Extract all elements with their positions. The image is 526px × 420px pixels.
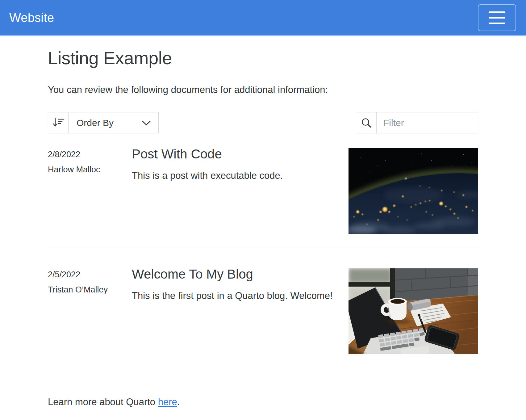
listing: 2/8/2022 Harlow Malloc Post With Code Th… xyxy=(48,133,478,366)
post-meta: 2/5/2022 Tristan O’Malley xyxy=(48,268,120,354)
post-description: This is a post with executable code. xyxy=(132,167,337,184)
post-title-link[interactable]: Post With Code xyxy=(132,146,337,162)
order-by-label: Order By xyxy=(77,118,114,128)
order-by-select[interactable]: Order By xyxy=(69,112,158,133)
page-footer: Learn more about Quarto here. xyxy=(48,397,478,420)
filter-input[interactable] xyxy=(377,112,478,133)
post-title-link[interactable]: Welcome To My Blog xyxy=(132,267,337,282)
post-author: Harlow Malloc xyxy=(48,163,120,176)
post-row-welcome-to-my-blog[interactable]: 2/5/2022 Tristan O’Malley Welcome To My … xyxy=(48,247,478,366)
navbar: Website xyxy=(0,0,526,36)
main-content: Listing Example You can review the follo… xyxy=(48,47,478,420)
filter-control xyxy=(356,112,478,133)
search-icon xyxy=(356,112,377,133)
post-body: Post With Code This is a post with execu… xyxy=(132,148,337,234)
quarto-link[interactable]: here xyxy=(158,397,177,407)
listing-controls: Order By xyxy=(48,112,478,133)
page-title: Listing Example xyxy=(48,47,478,69)
chevron-down-icon xyxy=(142,118,151,128)
post-meta: 2/8/2022 Harlow Malloc xyxy=(48,148,120,234)
post-row-post-with-code[interactable]: 2/8/2022 Harlow Malloc Post With Code Th… xyxy=(48,133,478,247)
sort-down-icon xyxy=(48,112,69,133)
post-thumbnail-desk[interactable] xyxy=(349,268,478,354)
post-date: 2/5/2022 xyxy=(48,268,120,281)
post-description: This is the first post in a Quarto blog.… xyxy=(132,288,337,304)
footer-text: Learn more about Quarto xyxy=(48,397,158,407)
post-body: Welcome To My Blog This is the first pos… xyxy=(132,268,337,354)
navbar-brand[interactable]: Website xyxy=(9,11,54,25)
footer-text-suffix: . xyxy=(177,397,180,407)
order-by-control[interactable]: Order By xyxy=(48,112,159,133)
post-author: Tristan O’Malley xyxy=(48,284,120,296)
post-date: 2/8/2022 xyxy=(48,148,120,161)
intro-text: You can review the following documents f… xyxy=(48,82,478,98)
post-thumbnail-earth-at-night[interactable] xyxy=(349,148,478,234)
navbar-toggler-button[interactable] xyxy=(478,4,516,31)
